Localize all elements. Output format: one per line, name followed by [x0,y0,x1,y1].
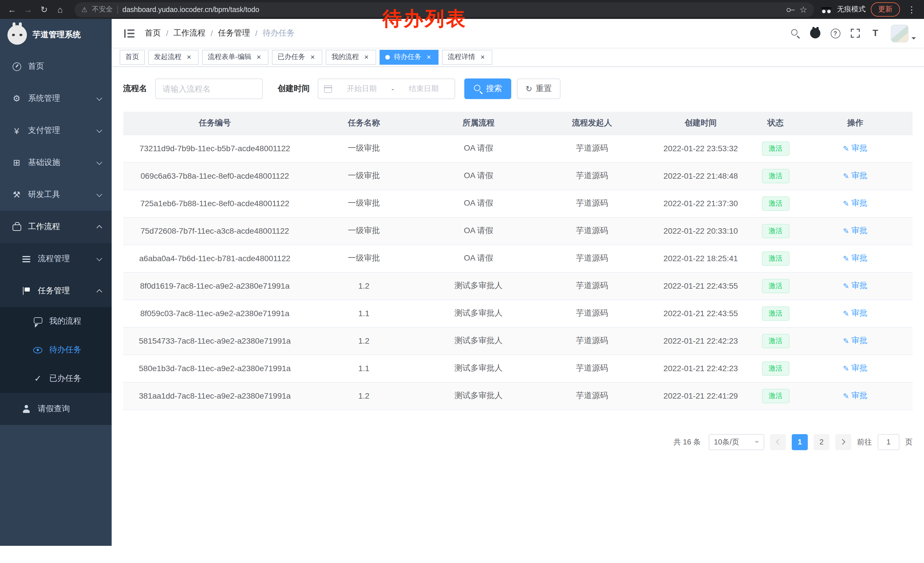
approve-link[interactable]: ✎审批 [843,143,868,153]
process-name-label: 流程名 [123,84,147,94]
help-button[interactable]: ? [827,24,843,43]
reset-button[interactable]: ↻ 重置 [517,78,560,99]
task-id: 73211d9d-7b9b-11ec-b5b7-acde48001122 [123,135,307,162]
sidebar-collapse-icon[interactable] [120,24,139,43]
sidebar-item-label: 待办任务 [49,345,101,355]
task-name: 1.2 [307,272,422,300]
col-task-name: 任务名称 [307,112,422,135]
page-button-2[interactable]: 2 [813,434,830,450]
browser-home-button[interactable]: ⌂ [52,2,68,17]
prev-page-button[interactable] [770,434,786,450]
bookmark-star-icon[interactable]: ☆ [800,4,807,15]
browser-menu-icon[interactable]: ⋮ [905,4,918,15]
tab-label: 首页 [125,52,139,62]
tab-done-tasks[interactable]: 已办任务 × [272,50,322,65]
approve-link[interactable]: ✎审批 [843,281,868,291]
sidebar-item-infrastructure[interactable]: ⊞ 基础设施 [0,147,112,179]
browser-reload-button[interactable]: ↻ [37,2,51,17]
task-time: 2022-01-21 22:42:23 [648,354,753,382]
approve-link[interactable]: ✎审批 [843,226,868,236]
col-initiator: 流程发起人 [536,112,648,135]
navbar-actions: ? T [787,24,916,43]
chevron-down-icon [96,255,102,261]
sidebar-item-workflow[interactable]: 工作流程 [0,211,112,243]
sidebar-item-system[interactable]: ⚙ 系统管理 [0,83,112,114]
task-initiator: 芋道源码 [536,272,648,300]
tab-todo-tasks[interactable]: 待办任务 × [380,50,438,65]
breadcrumb-item[interactable]: 工作流程 [174,28,206,38]
page-button-1[interactable]: 1 [792,434,808,450]
goto-page-input[interactable] [878,434,899,450]
avatar[interactable] [891,24,909,42]
task-id: 069c6a63-7b8a-11ec-8ef0-acde48001122 [123,162,307,189]
task-initiator: 芋道源码 [536,354,648,382]
tab-start-process[interactable]: 发起流程 × [148,50,199,65]
header-search-button[interactable] [787,24,803,43]
sidebar-item-leave-query[interactable]: 请假查询 [0,393,112,425]
pagination-total: 共 16 条 [674,437,701,447]
process-name-input[interactable] [155,78,263,99]
page-size-value: 10条/页 [714,437,739,447]
edit-icon: ✎ [843,199,849,208]
approve-link[interactable]: ✎审批 [843,171,868,181]
github-button[interactable] [807,24,823,43]
status-badge: 激活 [762,361,789,375]
table-row: 381aa1dd-7ac8-11ec-a9e2-a2380e71991a 1.2… [123,382,912,410]
breadcrumb-item[interactable]: 任务管理 [218,28,250,38]
url-text[interactable]: dashboard.yudao.iocoder.cn/bpm/task/todo [123,6,260,14]
sidebar-item-process-management[interactable]: 流程管理 [0,243,112,275]
status-badge: 激活 [762,196,789,210]
tab-process-detail[interactable]: 流程详情 × [442,50,492,65]
page-size-select[interactable]: 10条/页 [709,434,764,450]
next-page-button[interactable] [835,434,851,450]
fullscreen-button[interactable] [847,24,863,43]
sidebar-item-payment[interactable]: ¥ 支付管理 [0,114,112,147]
tab-form-edit[interactable]: 流程表单-编辑 × [202,50,268,65]
sidebar-item-done-tasks[interactable]: ✓ 已办任务 [0,364,112,393]
task-process: OA 请假 [421,217,536,245]
security-label[interactable]: 不安全 [92,5,113,14]
close-icon[interactable]: × [362,53,370,61]
sidebar-item-devtools[interactable]: ⚒ 研发工具 [0,179,112,211]
close-icon[interactable]: × [185,53,193,61]
close-icon[interactable]: × [255,53,263,61]
sidebar-item-home[interactable]: 首页 [0,50,112,83]
close-icon[interactable]: × [425,53,433,61]
chevron-down-icon [96,191,102,197]
sidebar-item-todo-tasks[interactable]: 待办任务 [0,336,112,364]
sidebar-item-my-process[interactable]: 我的流程 [0,307,112,336]
task-process: 测试多审批人 [421,354,536,382]
app-logo[interactable]: 芋道管理系统 [0,19,112,50]
approve-label: 审批 [852,171,868,181]
task-id: 381aa1dd-7ac8-11ec-a9e2-a2380e71991a [123,382,307,410]
sidebar-item-label: 首页 [28,61,101,72]
sidebar-item-task-management[interactable]: 任务管理 [0,275,112,307]
browser-forward-button[interactable]: → [21,2,36,17]
browser-back-button[interactable]: ← [4,2,20,17]
tab-label: 发起流程 [154,52,182,62]
approve-link[interactable]: ✎审批 [843,390,868,401]
breadcrumb-item[interactable]: 首页 [145,28,161,38]
approve-link[interactable]: ✎审批 [843,336,868,346]
close-icon[interactable]: × [309,53,316,61]
browser-update-button[interactable]: 更新 [871,2,900,17]
approve-link[interactable]: ✎审批 [843,363,868,374]
back-icon: ← [8,5,16,14]
user-avatar-dropdown[interactable] [891,24,916,42]
search-button[interactable]: 搜索 [464,78,511,99]
approve-link[interactable]: ✎审批 [843,308,868,318]
approve-link[interactable]: ✎审批 [843,253,868,263]
tab-my-process[interactable]: 我的流程 × [326,50,376,65]
close-icon[interactable]: × [478,53,487,61]
approve-link[interactable]: ✎审批 [843,198,868,209]
fullscreen-icon [851,29,860,38]
task-process: OA 请假 [421,245,536,272]
key-icon[interactable] [786,5,795,14]
task-process: 测试多审批人 [421,272,536,300]
font-size-button[interactable]: T [867,24,884,43]
date-range-picker[interactable]: 开始日期 - 结束日期 [318,78,455,99]
tab-home[interactable]: 首页 [120,50,145,65]
sidebar-item-label: 我的流程 [49,316,101,326]
status-badge: 激活 [762,389,789,403]
task-id: 58154733-7ac8-11ec-a9e2-a2380e71991a [123,327,307,354]
